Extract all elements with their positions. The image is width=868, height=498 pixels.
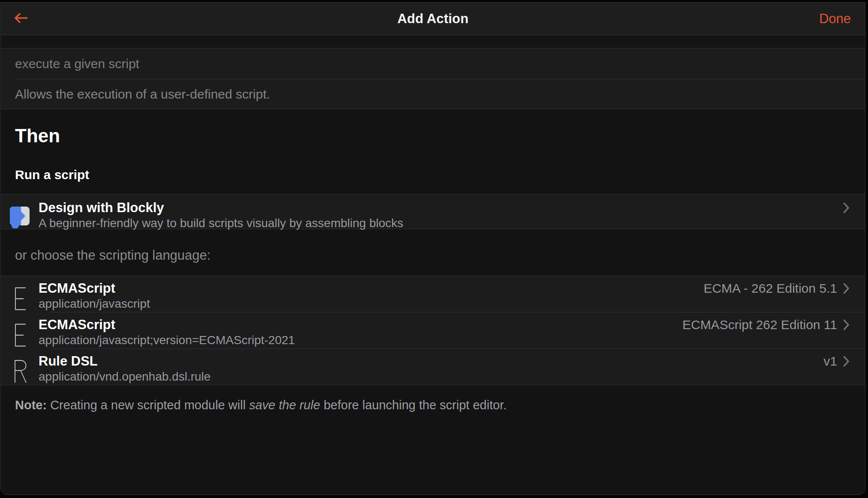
choose-language-label: or choose the scripting language: — [1, 229, 865, 263]
then-section: Then Run a script — [1, 109, 865, 194]
language-mime: application/javascript;version=ECMAScrip… — [39, 333, 850, 348]
blockly-card: Design with Blockly A beginner-friendly … — [1, 194, 865, 229]
page-title: Add Action — [1, 11, 865, 27]
chevron-right-icon — [843, 283, 850, 294]
choose-section: or choose the scripting language: — [1, 229, 865, 276]
language-title: Rule DSL — [39, 353, 823, 369]
done-button[interactable]: Done — [819, 3, 851, 35]
note-text: Note: Creating a new scripted module wil… — [1, 385, 865, 413]
blockly-subtitle: A beginner-friendly way to build scripts… — [39, 216, 850, 231]
blockly-icon — [10, 207, 30, 229]
design-with-blockly-item[interactable]: Design with Blockly A beginner-friendly … — [1, 195, 865, 229]
action-description: Allows the execution of a user-defined s… — [1, 79, 865, 109]
then-heading: Then — [1, 109, 865, 147]
action-info-card: execute a given script Allows the execut… — [1, 48, 865, 109]
language-version: ECMA - 262 Edition 5.1 — [703, 281, 837, 296]
language-mime: application/vnd.openhab.dsl.rule — [39, 369, 850, 384]
add-action-sheet: Add Action Done execute a given script A… — [0, 2, 865, 495]
language-item-rule-dsl[interactable]: Rule DSL v1 application/vnd.openhab.dsl.… — [1, 349, 865, 385]
chevron-right-icon — [843, 356, 850, 367]
action-name-input[interactable]: execute a given script — [1, 48, 865, 79]
language-version: ECMAScript 262 Edition 11 — [682, 318, 837, 332]
navbar: Add Action Done — [1, 3, 865, 35]
ecmascript-letter-icon — [1, 317, 39, 348]
navbar-gap — [1, 35, 865, 48]
ecmascript-letter-icon — [1, 280, 39, 312]
language-version: v1 — [823, 354, 837, 369]
run-script-heading: Run a script — [1, 147, 865, 183]
language-title: ECMAScript — [39, 317, 682, 333]
language-item-ecmascript-5[interactable]: ECMAScript ECMA - 262 Edition 5.1 applic… — [1, 276, 865, 312]
chevron-right-icon — [843, 202, 850, 213]
rule-dsl-letter-icon — [1, 353, 39, 385]
language-title: ECMAScript — [39, 280, 703, 297]
language-mime: application/javascript — [39, 297, 850, 311]
footer-section: Note: Creating a new scripted module wil… — [1, 385, 865, 495]
note-label: Note: — [15, 398, 47, 412]
language-item-ecmascript-2021[interactable]: ECMAScript ECMAScript 262 Edition 11 app… — [1, 312, 865, 348]
languages-card: ECMAScript ECMA - 262 Edition 5.1 applic… — [1, 276, 865, 385]
blockly-title: Design with Blockly — [39, 200, 843, 216]
chevron-right-icon — [843, 319, 850, 330]
